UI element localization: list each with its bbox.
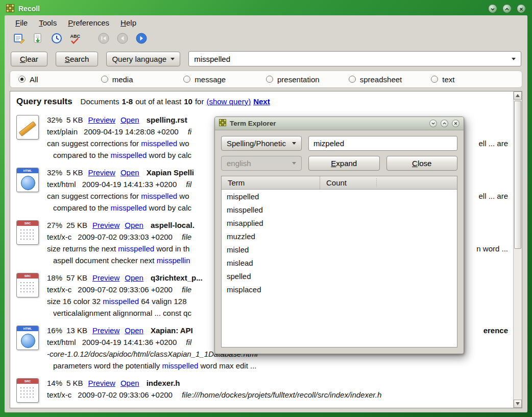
chevron-up-icon [504, 5, 510, 13]
menu-help[interactable]: Help [116, 17, 141, 29]
minimize-button[interactable] [488, 4, 497, 13]
close-icon [519, 5, 524, 13]
radio-icon [431, 76, 438, 83]
count-column-header[interactable]: Count [320, 176, 457, 189]
search-button[interactable]: Search [56, 52, 99, 66]
arrow-right-icon [135, 32, 148, 46]
term-row[interactable]: mislead [222, 256, 457, 269]
menu-tools[interactable]: Tools [34, 17, 61, 29]
arrow-left-icon [116, 32, 129, 46]
term-row[interactable]: misled [222, 243, 457, 256]
eraser-icon [13, 32, 25, 46]
term-row[interactable]: misspelled [222, 203, 457, 216]
src-file-icon [16, 378, 39, 403]
filter-presentation[interactable]: presentation [266, 75, 349, 84]
filter-message[interactable]: message [183, 75, 266, 84]
save-query-button[interactable] [31, 32, 45, 46]
close-dialog-button[interactable]: Close [386, 156, 458, 171]
relevance-percent: 18% [47, 273, 62, 282]
menu-preferences[interactable]: Preferences [63, 17, 114, 29]
result-date: 2009-04-19 14:41:36 +0200 [82, 338, 177, 346]
clear-button[interactable]: Clear [11, 52, 47, 66]
close-button[interactable] [517, 4, 526, 13]
preview-link[interactable]: Preview [92, 273, 119, 282]
preview-link[interactable]: Preview [88, 168, 115, 177]
snippet-fragment: n word ... [476, 243, 508, 254]
previous-page-button[interactable] [115, 32, 130, 46]
term-column-header[interactable]: Term [222, 176, 320, 189]
dialog-maximize-button[interactable] [441, 120, 448, 127]
filter-spreadsheet[interactable]: spreadsheet [349, 75, 431, 84]
term-row[interactable]: mispelled [222, 190, 457, 203]
open-link[interactable]: Open [120, 379, 139, 387]
src-file-icon [16, 273, 39, 297]
results-title: Query results [16, 97, 72, 106]
results-scrollbar[interactable] [513, 91, 522, 408]
query-input[interactable] [194, 55, 512, 63]
open-link[interactable]: Open [120, 115, 139, 124]
file-size: 5 KB [66, 168, 83, 177]
snippet-fragment: ell ... are [478, 137, 508, 149]
term-row[interactable]: muzzled [222, 229, 457, 243]
preview-link[interactable]: Preview [88, 379, 115, 387]
preview-link[interactable]: Preview [92, 221, 119, 229]
recoll-app-icon [6, 4, 14, 14]
radio-icon [101, 76, 108, 83]
language-select[interactable]: english [221, 156, 302, 171]
filter-media[interactable]: media [101, 75, 184, 84]
dialog-minimize-button[interactable] [429, 120, 437, 127]
expand-button[interactable]: Expand [308, 156, 380, 171]
radio-icon [349, 76, 356, 83]
result-date: 2009-04-19 14:41:33 +0200 [82, 180, 177, 189]
relevance-percent: 16% [47, 326, 62, 335]
show-query-link[interactable]: (show query) [206, 97, 251, 106]
result-title-fragment: erence [483, 325, 508, 336]
next-results-link[interactable]: Next [253, 97, 270, 106]
open-link[interactable]: Open [120, 168, 139, 177]
term-row[interactable]: misapplied [222, 216, 457, 229]
for-label: for [195, 97, 204, 106]
result-url: file [182, 233, 191, 241]
chevron-down-icon [431, 120, 436, 127]
term-row[interactable]: spelled [222, 269, 457, 283]
recoll-app-icon [219, 119, 226, 128]
result-snippet: can suggest corrections for misspelled w… [47, 192, 189, 200]
term-explorer-dialog: Term Explorer Spelling/Phonetic english [214, 117, 464, 354]
scroll-up-button[interactable] [514, 91, 522, 100]
scroll-down-button[interactable] [514, 400, 522, 408]
result-snippet: compared to the misspelled word by calc [53, 151, 191, 159]
filter-text[interactable]: text [431, 75, 514, 84]
maximize-button[interactable] [502, 4, 512, 13]
chevron-down-icon [490, 5, 495, 13]
mime-type: text/html [47, 180, 76, 189]
relevance-percent: 27% [47, 221, 62, 229]
html-file-icon [16, 326, 39, 350]
query-input-combo[interactable] [188, 51, 521, 66]
clear-search-button[interactable] [12, 32, 26, 46]
open-link[interactable]: Open [125, 326, 143, 335]
relevance-percent: 14% [47, 379, 62, 387]
snippet-fragment: ell ... are [478, 190, 508, 202]
result-snippet: aspell document checker next misspellin [53, 256, 190, 265]
chevron-down-icon [292, 162, 296, 165]
query-language-select[interactable]: Query language [106, 52, 180, 66]
scrollbar-thumb[interactable] [514, 101, 521, 249]
term-explorer-button[interactable]: ABC [68, 32, 83, 46]
result-snippet: size returns the next misspelled word in… [47, 244, 189, 253]
query-history-button[interactable] [50, 32, 64, 46]
dialog-close-button[interactable] [452, 120, 460, 127]
next-page-button[interactable] [134, 32, 149, 46]
preview-link[interactable]: Preview [88, 115, 115, 124]
menu-file[interactable]: File [11, 17, 32, 29]
expansion-mode-select[interactable]: Spelling/Phonetic [221, 136, 302, 151]
open-link[interactable]: Open [125, 221, 143, 229]
term-row[interactable]: misplaced [222, 283, 457, 296]
open-link[interactable]: Open [125, 273, 143, 282]
window-title: Recoll [18, 5, 40, 13]
first-page-button[interactable] [96, 32, 111, 46]
triangle-down-icon [516, 402, 520, 405]
chevron-down-icon[interactable] [512, 58, 516, 60]
filter-all[interactable]: All [18, 75, 101, 84]
preview-link[interactable]: Preview [92, 326, 119, 335]
term-input[interactable] [308, 136, 457, 151]
